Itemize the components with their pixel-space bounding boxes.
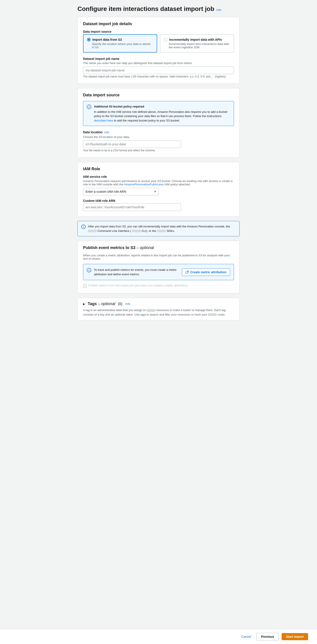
job-name-input[interactable] xyxy=(83,66,234,74)
data-location-header: Data location Info xyxy=(83,130,234,134)
page-title: Configure item interactions dataset impo… xyxy=(78,5,214,12)
redacted-5 xyxy=(208,313,217,316)
custom-arn-label: Custom IAM role ARN xyxy=(83,199,234,202)
publish-metrics-checkbox-row[interactable]: Publish metrics from this import job (yo… xyxy=(83,284,234,288)
metric-banner-left: i To track and publish metrics for event… xyxy=(87,268,178,276)
data-location-note: Your file needs to be in a CSV format an… xyxy=(83,149,234,152)
iam-service-role-desc: Amazon Personalize requires permissions … xyxy=(83,179,234,186)
data-import-source-section-title: Data import source xyxy=(83,93,234,98)
job-name-note: The dataset import job name must have 1-… xyxy=(83,75,234,78)
external-link-icon xyxy=(186,270,189,274)
radio-s3-desc: Specify the location where your data is … xyxy=(87,42,153,49)
dataset-import-job-details-section: Dataset import job details Data import s… xyxy=(78,17,240,84)
data-import-source-radio-group: Import data from S3 Specify the location… xyxy=(83,34,234,52)
publish-metrics-desc: When you create a metric attribution, re… xyxy=(83,254,234,260)
tags-section: ▶ Tags – optional (0) Info A tag is an a… xyxy=(78,298,240,320)
incremental-note-banner: i After you import data from S3, you can… xyxy=(78,221,240,236)
s3-policy-banner-text: Additional S3 bucket policy required In … xyxy=(94,104,230,122)
page-title-info-link[interactable]: Info xyxy=(216,8,222,12)
job-name-desc: The name you enter here can help you dis… xyxy=(83,62,234,65)
data-import-source-section: Data import source i Additional S3 bucke… xyxy=(78,88,240,158)
publish-metrics-section: Publish event metrics to S3 – optional W… xyxy=(78,241,240,293)
radio-option-api[interactable]: Incrementally import data with APIs Incr… xyxy=(160,34,234,52)
redacted-1 xyxy=(88,230,97,232)
previous-button[interactable]: Previous xyxy=(256,633,279,640)
start-import-button[interactable]: Start import xyxy=(282,633,308,640)
cancel-button[interactable]: Cancel xyxy=(239,633,254,640)
iam-role-title: IAM Role xyxy=(83,167,234,171)
tags-title: Tags – optional xyxy=(88,302,115,306)
footer-bar: Cancel Previous Start import xyxy=(0,629,317,644)
incremental-note-icon: i xyxy=(81,224,86,229)
publish-metrics-checkbox-label: Publish metrics from this import job (yo… xyxy=(88,284,188,287)
redacted-4 xyxy=(146,309,156,312)
page-header: Configure item interactions dataset impo… xyxy=(78,5,240,12)
s3-policy-banner: i Additional S3 bucket policy required I… xyxy=(83,101,234,126)
iam-role-select[interactable]: Enter a custom IAM role ARN Create a new… xyxy=(83,188,159,196)
metric-attribution-banner: i To track and publish metrics for event… xyxy=(83,264,234,280)
publish-metrics-title: Publish event metrics to S3 – optional xyxy=(83,246,234,250)
incremental-note-text: After you import data from S3, you can s… xyxy=(88,224,236,233)
metric-banner-icon: i xyxy=(87,268,91,272)
s3-policy-banner-icon: i xyxy=(87,104,91,109)
tags-chevron-icon[interactable]: ▶ xyxy=(83,302,85,306)
tags-desc: A tag is an administrative label that yo… xyxy=(83,308,234,317)
radio-api-desc: Incrementally import item interactions d… xyxy=(164,42,230,49)
radio-api-circle xyxy=(164,38,168,42)
iam-role-select-wrapper: Enter a custom IAM role ARN Create a new… xyxy=(83,188,159,196)
metric-banner-text: To track and publish metrics for events,… xyxy=(94,268,178,276)
radio-s3-circle xyxy=(87,38,90,42)
iam-service-role-label: IAM service role xyxy=(83,175,234,178)
iam-policy-link[interactable]: AmazonPersonalizeFullAccess xyxy=(124,183,164,186)
data-location-info-link[interactable]: Info xyxy=(104,130,109,134)
iam-role-section: IAM Role IAM service role Amazon Persona… xyxy=(78,162,240,216)
data-location-desc: Choose the S3 location of your data. xyxy=(83,135,234,139)
dataset-import-job-details-title: Dataset import job details xyxy=(83,22,234,26)
tags-count: (0) xyxy=(118,302,122,306)
job-name-label: Dataset import job name xyxy=(83,57,234,60)
radio-option-s3[interactable]: Import data from S3 Specify the location… xyxy=(83,34,157,52)
tags-info-link[interactable]: Info xyxy=(125,302,130,306)
publish-metrics-checkbox[interactable] xyxy=(83,284,86,288)
custom-arn-input[interactable] xyxy=(83,204,181,211)
tags-header: ▶ Tags – optional (0) Info xyxy=(83,302,234,306)
s3-policy-banner-title: Additional S3 bucket policy required xyxy=(94,104,230,109)
data-location-input[interactable] xyxy=(83,140,181,148)
data-import-source-label: Data import source xyxy=(83,30,234,34)
radio-api-label: Incrementally import data with APIs xyxy=(169,38,222,42)
redacted-2 xyxy=(132,230,141,232)
redacted-3 xyxy=(157,230,166,232)
data-location-label: Data location xyxy=(83,130,102,134)
described-here-link[interactable]: described here xyxy=(94,119,113,122)
create-metric-attribution-button[interactable]: Create metric attribution xyxy=(182,268,230,276)
radio-s3-label: Import data from S3 xyxy=(92,38,122,42)
